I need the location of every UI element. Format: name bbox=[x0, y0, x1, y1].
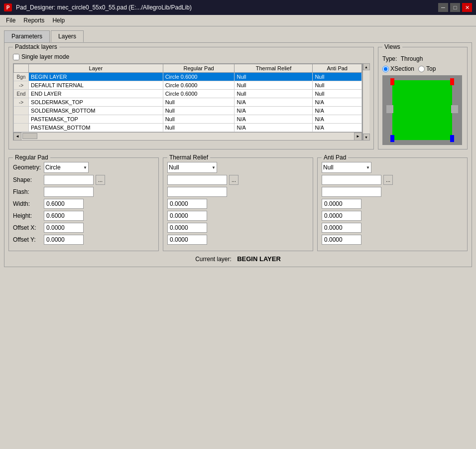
thermal-offsetx-input[interactable] bbox=[167, 223, 207, 233]
window-controls: ─ □ ✕ bbox=[438, 3, 472, 12]
scroll-left-btn[interactable]: ◄ bbox=[13, 133, 21, 141]
radio-xsection-label[interactable]: XSection bbox=[382, 65, 414, 72]
thermal-geometry-select[interactable]: Null Circle Square bbox=[167, 162, 217, 173]
regular-offsety-row: Offset Y: bbox=[13, 235, 154, 245]
thermal-flash-input[interactable] bbox=[167, 187, 227, 197]
views-group: Views Type: Through XSection Top bbox=[378, 47, 468, 150]
anti-geometry-row: Null Circle Square bbox=[322, 162, 463, 173]
row-label bbox=[14, 115, 29, 124]
regular-offsetx-row: Offset X: bbox=[13, 223, 154, 233]
layer-table-row[interactable]: PASTEMASK_BOTTOM Null N/A N/A bbox=[14, 124, 362, 132]
layer-table-row[interactable]: PASTEMASK_TOP Null N/A N/A bbox=[14, 115, 362, 124]
row-regular-pad: Circle 0.6000 bbox=[163, 90, 235, 98]
anti-width-input[interactable] bbox=[322, 199, 361, 209]
menu-help[interactable]: Help bbox=[48, 16, 69, 25]
radio-top-label[interactable]: Top bbox=[418, 65, 436, 72]
single-layer-checkbox-label[interactable]: Single layer mode bbox=[13, 53, 69, 60]
row-regular-pad: Circle 0.6000 bbox=[163, 81, 235, 90]
row-layer-name: SOLDERMASK_TOP bbox=[29, 98, 163, 107]
layer-table-row[interactable]: End END LAYER Circle 0.6000 Null Null bbox=[14, 90, 362, 98]
horizontal-scrollbar[interactable]: ◄ ► bbox=[13, 132, 362, 140]
close-button[interactable]: ✕ bbox=[462, 3, 472, 12]
maximize-button[interactable]: □ bbox=[450, 3, 460, 12]
row-regular-pad: Circle 0.6000 bbox=[163, 73, 235, 81]
anti-shape-input[interactable] bbox=[322, 175, 381, 185]
layer-table-row[interactable]: Bgn BEGIN LAYER Circle 0.6000 Null Null bbox=[14, 73, 362, 81]
anti-flash-input[interactable] bbox=[322, 187, 381, 197]
single-layer-row: Single layer mode bbox=[13, 53, 369, 60]
col-header-empty bbox=[14, 64, 29, 73]
regular-offsety-input[interactable] bbox=[44, 235, 84, 245]
views-type-value: Through bbox=[401, 55, 423, 62]
scroll-v-track[interactable] bbox=[363, 70, 369, 134]
row-thermal-relief: N/A bbox=[235, 115, 313, 124]
anti-shape-btn[interactable]: ... bbox=[383, 175, 393, 185]
regular-width-input[interactable] bbox=[44, 199, 84, 209]
minimize-button[interactable]: ─ bbox=[438, 3, 448, 12]
title-bar: P Pad_Designer: mec_circle0_55x0_55.pad … bbox=[0, 0, 476, 15]
regular-width-row: Width: bbox=[13, 199, 154, 209]
row-layer-name: BEGIN LAYER bbox=[29, 73, 163, 81]
regular-pad-panel: Regular Pad Geometry: Circle Square Oblo… bbox=[8, 157, 159, 251]
menu-reports[interactable]: Reports bbox=[19, 16, 48, 25]
col-header-anti: Anti Pad bbox=[313, 64, 362, 73]
window-title: Pad_Designer: mec_circle0_55x0_55.pad (E… bbox=[16, 4, 192, 11]
row-label: End bbox=[14, 90, 29, 98]
anti-geometry-select[interactable]: Null Circle Square bbox=[322, 162, 371, 173]
current-layer-label: Current layer: bbox=[195, 256, 232, 263]
layer-table-row[interactable]: -> DEFAULT INTERNAL Circle 0.6000 Null N… bbox=[14, 81, 362, 90]
menu-file[interactable]: File bbox=[2, 16, 19, 25]
radio-top-text: Top bbox=[426, 65, 436, 72]
scroll-up-btn[interactable]: ▲ bbox=[363, 63, 370, 70]
tab-content-layers: Padstack layers Single layer mode bbox=[4, 42, 472, 267]
thermal-width-input[interactable] bbox=[167, 199, 207, 209]
scroll-right-btn[interactable]: ► bbox=[354, 133, 362, 141]
single-layer-checkbox[interactable] bbox=[13, 54, 19, 60]
thermal-height-input[interactable] bbox=[167, 211, 207, 221]
anti-offsety-input[interactable] bbox=[322, 235, 361, 245]
row-anti-pad: N/A bbox=[313, 107, 362, 115]
anti-geometry-select-container[interactable]: Null Circle Square bbox=[322, 162, 371, 173]
col-header-regular: Regular Pad bbox=[163, 64, 235, 73]
regular-height-input[interactable] bbox=[44, 211, 84, 221]
thermal-shape-input[interactable] bbox=[167, 175, 227, 185]
regular-height-row: Height: bbox=[13, 211, 154, 221]
col-header-thermal: Thermal Relief bbox=[235, 64, 313, 73]
scroll-thumb[interactable] bbox=[22, 133, 37, 139]
regular-geometry-select-container[interactable]: Circle Square Oblong Rectangle Null bbox=[44, 162, 89, 173]
regular-shape-btn[interactable]: ... bbox=[96, 175, 105, 185]
regular-flash-row: Flash: bbox=[13, 187, 154, 197]
row-regular-pad: Null bbox=[163, 98, 235, 107]
regular-shape-row: Shape: ... bbox=[13, 175, 154, 185]
regular-offsetx-label: Offset X: bbox=[13, 224, 42, 231]
radio-top[interactable] bbox=[418, 66, 425, 72]
scroll-track[interactable] bbox=[21, 133, 354, 140]
tab-parameters[interactable]: Parameters bbox=[4, 30, 50, 42]
views-blue-right bbox=[450, 135, 454, 142]
thermal-shape-btn[interactable]: ... bbox=[229, 175, 238, 185]
row-label: -> bbox=[14, 98, 29, 107]
thermal-geometry-select-container[interactable]: Null Circle Square bbox=[167, 162, 217, 173]
thermal-height-row bbox=[167, 211, 309, 221]
regular-flash-input[interactable] bbox=[44, 187, 94, 197]
padstack-layers-title: Padstack layers bbox=[13, 43, 59, 50]
single-layer-label: Single layer mode bbox=[21, 53, 69, 60]
layer-table: Layer Regular Pad Thermal Relief Anti Pa… bbox=[13, 64, 362, 132]
layer-table-row[interactable]: -> SOLDERMASK_TOP Null N/A N/A bbox=[14, 98, 362, 107]
row-thermal-relief: Null bbox=[235, 81, 313, 90]
vertical-scrollbar[interactable]: ▲ ▼ bbox=[362, 63, 369, 141]
views-red-right bbox=[450, 78, 454, 85]
anti-height-input[interactable] bbox=[322, 211, 361, 221]
anti-offsetx-input[interactable] bbox=[322, 223, 361, 233]
regular-offsetx-input[interactable] bbox=[44, 223, 84, 233]
anti-offsety-row bbox=[322, 235, 463, 245]
row-label: Bgn bbox=[14, 73, 29, 81]
radio-xsection[interactable] bbox=[382, 66, 389, 72]
scroll-down-btn[interactable]: ▼ bbox=[363, 134, 370, 141]
regular-shape-input[interactable] bbox=[44, 175, 94, 185]
regular-geometry-select[interactable]: Circle Square Oblong Rectangle Null bbox=[44, 162, 89, 173]
row-anti-pad: N/A bbox=[313, 124, 362, 132]
thermal-offsety-input[interactable] bbox=[167, 235, 207, 245]
tab-layers[interactable]: Layers bbox=[51, 30, 84, 42]
layer-table-row[interactable]: SOLDERMASK_BOTTOM Null N/A N/A bbox=[14, 107, 362, 115]
